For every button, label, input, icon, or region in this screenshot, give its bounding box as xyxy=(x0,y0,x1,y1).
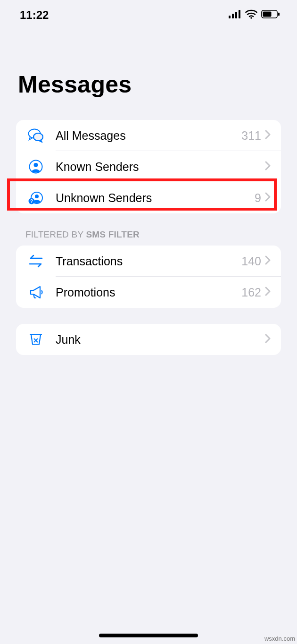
svg-point-14 xyxy=(35,195,39,198)
chevron-right-icon xyxy=(265,130,272,141)
svg-text:?: ? xyxy=(30,199,33,204)
row-transactions[interactable]: Transactions 140 xyxy=(16,246,281,277)
megaphone-icon xyxy=(26,286,45,299)
svg-point-12 xyxy=(34,163,38,167)
chevron-right-icon xyxy=(265,192,272,203)
arrows-swap-icon xyxy=(26,254,45,268)
svg-rect-6 xyxy=(263,12,272,17)
row-count: 140 xyxy=(241,254,261,268)
filtered-header-prefix: FILTERED BY xyxy=(25,229,86,239)
home-indicator[interactable] xyxy=(99,634,198,637)
row-all-messages[interactable]: All Messages 311 xyxy=(16,120,281,151)
row-junk[interactable]: Junk xyxy=(16,324,281,355)
row-count: 162 xyxy=(241,286,261,299)
filtered-header-bold: SMS FILTER xyxy=(86,229,140,239)
svg-rect-1 xyxy=(232,14,234,18)
row-unknown-senders[interactable]: ? Unknown Senders 9 xyxy=(16,182,281,213)
watermark: wsxdn.com xyxy=(264,635,295,642)
filtered-group: Transactions 140 Promotions 162 xyxy=(16,246,281,308)
battery-icon xyxy=(261,10,280,20)
svg-rect-3 xyxy=(239,10,240,18)
chevron-right-icon xyxy=(265,161,272,172)
main-group: All Messages 311 Known Senders ? Unknown… xyxy=(16,120,281,213)
status-bar: 11:22 xyxy=(0,0,297,26)
status-time: 11:22 xyxy=(20,8,49,22)
person-question-icon: ? xyxy=(26,191,45,205)
svg-rect-7 xyxy=(278,13,280,16)
chevron-right-icon xyxy=(265,287,272,298)
person-circle-icon xyxy=(26,160,45,174)
row-label: Junk xyxy=(56,333,261,347)
row-count: 9 xyxy=(255,191,261,205)
chevron-right-icon xyxy=(265,255,272,267)
row-promotions[interactable]: Promotions 162 xyxy=(16,277,281,308)
row-label: Known Senders xyxy=(56,160,261,174)
svg-rect-0 xyxy=(229,16,231,18)
filtered-header: FILTERED BY SMS FILTER xyxy=(25,229,297,240)
row-label: All Messages xyxy=(56,129,241,143)
junk-group: Junk xyxy=(16,324,281,355)
row-label: Transactions xyxy=(56,254,241,268)
row-known-senders[interactable]: Known Senders xyxy=(16,151,281,182)
status-icons xyxy=(229,9,280,21)
svg-rect-2 xyxy=(235,12,237,18)
messages-icon xyxy=(26,128,45,143)
row-count: 311 xyxy=(241,129,261,143)
cellular-signal-icon xyxy=(229,10,241,20)
junk-bin-icon xyxy=(26,333,45,346)
page-title: Messages xyxy=(18,71,297,98)
svg-point-4 xyxy=(250,17,252,19)
chevron-right-icon xyxy=(265,334,272,345)
row-label: Unknown Senders xyxy=(56,191,255,205)
row-label: Promotions xyxy=(56,286,241,299)
wifi-icon xyxy=(245,9,257,21)
